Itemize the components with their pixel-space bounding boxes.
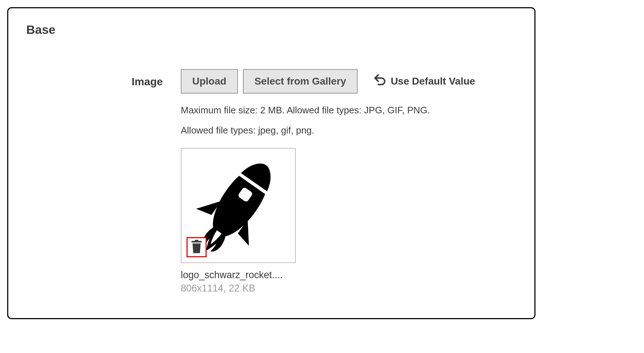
use-default-value-label: Use Default Value <box>391 76 475 87</box>
file-name: logo_schwarz_rocket.... <box>181 270 296 281</box>
image-field-body: Upload Select from Gallery Use Default V… <box>181 69 516 294</box>
upload-button[interactable]: Upload <box>181 69 238 94</box>
undo-icon <box>373 74 386 89</box>
delete-image-button[interactable] <box>187 237 207 257</box>
use-default-value-link[interactable]: Use Default Value <box>373 74 475 89</box>
image-field-label: Image <box>26 69 163 88</box>
select-from-gallery-button[interactable]: Select from Gallery <box>243 69 358 94</box>
image-thumbnail-wrap: logo_schwarz_rocket.... 806x1114, 22 KB <box>181 148 296 294</box>
help-text-1: Maximum file size: 2 MB. Allowed file ty… <box>181 104 516 117</box>
image-thumbnail[interactable] <box>181 148 296 263</box>
image-button-row: Upload Select from Gallery Use Default V… <box>181 69 516 94</box>
image-field-row: Image Upload Select from Gallery Use Def… <box>26 69 516 294</box>
base-section-panel: Base Image Upload Select from Gallery Us… <box>7 7 535 319</box>
section-title: Base <box>26 23 516 37</box>
help-text-2: Allowed file types: jpeg, gif, png. <box>181 124 516 137</box>
file-meta: 806x1114, 22 KB <box>181 283 296 294</box>
trash-icon <box>190 239 203 255</box>
